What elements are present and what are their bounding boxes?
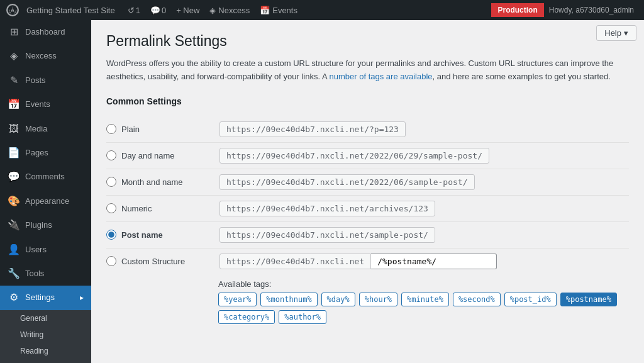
tag-author[interactable]: %author% [279, 310, 326, 324]
custom-url-input[interactable] [371, 254, 497, 269]
tags-container: %year% %monthnum% %day% %hour% %minute% … [218, 293, 617, 306]
day-name-label: Day and name [121, 151, 175, 160]
topbar-new[interactable]: + New [172, 6, 203, 15]
tag-monthnum[interactable]: %monthnum% [260, 293, 317, 306]
custom-radio[interactable] [106, 256, 116, 266]
tools-icon: 🔧 [8, 267, 20, 281]
post-name-label: Post name [121, 230, 163, 240]
sidebar-item-comments[interactable]: 💬 Comments [0, 165, 91, 189]
month-name-label: Month and name [121, 177, 183, 187]
users-icon: 👤 [8, 243, 20, 257]
custom-radio-label[interactable]: Custom Structure [106, 256, 185, 266]
submenu-item-general[interactable]: General [0, 310, 91, 327]
tag-postname[interactable]: %postname% [560, 293, 617, 306]
page-title: Permalink Settings [106, 33, 629, 50]
day-name-radio[interactable] [106, 150, 116, 160]
permalink-option-custom: Custom Structure https://09ec40d4b7.nxcl… [106, 249, 629, 329]
tag-second[interactable]: %second% [453, 293, 501, 306]
post-name-url: https://09ec40d4b7.nxcli.net/sample-post… [219, 227, 435, 243]
sidebar-item-nexcess[interactable]: ◈ Nexcess [0, 44, 91, 68]
tag-category[interactable]: %category% [218, 310, 275, 324]
topbar-site-name[interactable]: Getting Started Test Site [23, 6, 119, 15]
sidebar-item-plugins[interactable]: 🔌 Plugins [0, 213, 91, 237]
page-description: WordPress offers you the ability to crea… [106, 57, 629, 84]
help-chevron-icon: ▾ [624, 28, 628, 38]
help-label: Help [604, 28, 621, 38]
permalink-options: Plain https://09ec40d4b7.nxcli.net/?p=12… [106, 116, 629, 329]
settings-submenu: General Writing Reading Discussion Media… [0, 310, 91, 363]
topbar-comments[interactable]: 💬 0 [147, 6, 170, 15]
tags-container-row2: %category% %author% [218, 310, 617, 324]
comments-sidebar-icon: 💬 [8, 170, 20, 184]
sidebar-item-users[interactable]: 👤 Users [0, 238, 91, 262]
sidebar-label-tools: Tools [25, 268, 44, 279]
custom-url-prefix: https://09ec40d4b7.nxcli.net [219, 254, 371, 269]
help-button[interactable]: Help ▾ [596, 25, 636, 41]
plugins-icon: 🔌 [8, 218, 20, 232]
sidebar-item-appearance[interactable]: 🎨 Appearance [0, 189, 91, 213]
topbar-right: Production Howdy, a6730d60_admin [491, 3, 639, 17]
permalink-option-day-name: Day and name https://09ec40d4b7.nxcli.ne… [106, 143, 629, 169]
day-name-radio-label[interactable]: Day and name [106, 150, 175, 160]
tag-hour[interactable]: %hour% [359, 293, 397, 306]
sidebar-item-media[interactable]: 🖼 Media [0, 117, 91, 141]
layout: ⊞ Dashboard ◈ Nexcess ✎ Posts 📅 Events 🖼… [0, 20, 644, 363]
dashboard-icon: ⊞ [8, 25, 20, 39]
permalink-option-numeric: Numeric https://09ec40d4b7.nxcli.net/arc… [106, 196, 629, 222]
sidebar-item-settings[interactable]: ⚙ Settings ▸ [0, 286, 91, 310]
numeric-url: https://09ec40d4b7.nxcli.net/archives/12… [219, 201, 435, 216]
events-icon: 📅 [8, 98, 20, 111]
sidebar-item-pages[interactable]: 📄 Pages [0, 141, 91, 165]
section-title: Common Settings [106, 96, 629, 106]
pages-icon: 📄 [8, 146, 20, 160]
topbar-updates[interactable]: ↺ 1 [124, 6, 144, 15]
settings-icon: ⚙ [8, 291, 20, 304]
topbar-howdy[interactable]: Howdy, a6730d60_admin [544, 6, 639, 14]
day-name-url: https://09ec40d4b7.nxcli.net/2022/06/29/… [219, 148, 489, 164]
plain-url: https://09ec40d4b7.nxcli.net/?p=123 [219, 121, 406, 137]
sidebar-label-nexcess: Nexcess [25, 50, 57, 62]
comments-icon: 💬 [150, 6, 160, 15]
description-link[interactable]: number of tags are available [330, 72, 433, 81]
permalink-option-post-name: Post name https://09ec40d4b7.nxcli.net/s… [106, 222, 629, 249]
sidebar-item-posts[interactable]: ✎ Posts [0, 69, 91, 92]
sidebar-item-dashboard[interactable]: ⊞ Dashboard [0, 20, 91, 44]
post-name-radio[interactable] [106, 230, 116, 240]
plain-radio[interactable] [106, 124, 116, 134]
tag-post-id[interactable]: %post_id% [504, 293, 557, 306]
month-name-radio[interactable] [106, 177, 116, 187]
tag-day[interactable]: %day% [321, 293, 355, 306]
comments-count: 0 [162, 6, 166, 15]
posts-icon: ✎ [8, 74, 20, 87]
sidebar-label-pages: Pages [25, 147, 48, 159]
media-icon: 🖼 [8, 122, 20, 136]
month-name-radio-label[interactable]: Month and name [106, 177, 183, 187]
submenu-item-reading[interactable]: Reading [0, 343, 91, 359]
permalink-option-plain: Plain https://09ec40d4b7.nxcli.net/?p=12… [106, 116, 629, 143]
sidebar: ⊞ Dashboard ◈ Nexcess ✎ Posts 📅 Events 🖼… [0, 20, 91, 363]
wp-logo[interactable] [5, 3, 20, 18]
topbar-production-badge[interactable]: Production [491, 3, 543, 17]
submenu-item-writing[interactable]: Writing [0, 327, 91, 343]
settings-arrow: ▸ [80, 293, 84, 303]
sidebar-item-tools[interactable]: 🔧 Tools [0, 262, 91, 286]
post-name-radio-label[interactable]: Post name [106, 230, 163, 240]
topbar-events[interactable]: 📅 Events [256, 6, 301, 15]
tag-year[interactable]: %year% [218, 293, 257, 306]
sidebar-label-users: Users [25, 244, 47, 255]
submenu-item-discussion[interactable]: Discussion [0, 359, 91, 363]
calendar-icon: 📅 [260, 6, 270, 15]
numeric-radio[interactable] [106, 203, 116, 213]
numeric-radio-label[interactable]: Numeric [106, 203, 152, 213]
sidebar-label-dashboard: Dashboard [25, 26, 65, 38]
numeric-label: Numeric [121, 204, 152, 213]
main-content: Help ▾ Permalink Settings WordPress offe… [91, 20, 644, 363]
sidebar-item-events[interactable]: 📅 Events [0, 92, 91, 116]
plain-radio-label[interactable]: Plain [106, 124, 140, 134]
tag-minute[interactable]: %minute% [401, 293, 449, 306]
topbar-nexcess[interactable]: ◈ Nexcess [206, 6, 253, 15]
sidebar-label-events: Events [25, 99, 50, 110]
custom-label: Custom Structure [121, 257, 185, 266]
available-tags-label: Available tags: [218, 279, 617, 289]
topbar: Getting Started Test Site ↺ 1 💬 0 + New … [0, 0, 644, 20]
